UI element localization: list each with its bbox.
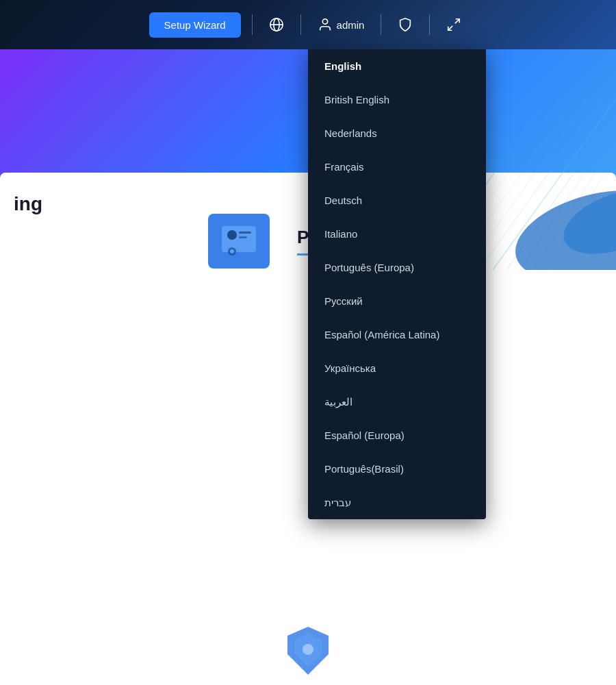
svg-point-3	[322, 19, 327, 24]
expand-icon	[446, 17, 461, 32]
card-icon	[208, 214, 270, 269]
header: Setup Wizard admin	[0, 0, 616, 49]
user-icon	[318, 17, 333, 32]
language-option-english[interactable]: English	[308, 49, 486, 83]
partial-left-text: ing	[0, 193, 42, 215]
language-option-british-english[interactable]: British English	[308, 83, 486, 116]
language-option-portugues-brasil[interactable]: Português(Brasil)	[308, 452, 486, 486]
svg-point-29	[303, 644, 313, 655]
setup-wizard-button[interactable]: Setup Wizard	[149, 12, 241, 38]
language-option-arabic[interactable]: العربية	[308, 385, 486, 419]
svg-rect-24	[239, 236, 247, 238]
svg-point-26	[230, 249, 234, 253]
language-option-hebrew[interactable]: עברית	[308, 486, 486, 519]
expand-button[interactable]	[441, 13, 467, 36]
svg-point-22	[227, 230, 237, 240]
globe-icon	[269, 17, 284, 32]
admin-label: admin	[337, 19, 365, 31]
language-option-russian[interactable]: Русский	[308, 284, 486, 318]
language-option-espanol-latina[interactable]: Español (América Latina)	[308, 318, 486, 351]
svg-rect-21	[222, 226, 256, 252]
language-option-portugues-europa[interactable]: Português (Europa)	[308, 251, 486, 284]
bottom-shield-icon	[281, 623, 335, 678]
language-button[interactable]	[264, 13, 290, 36]
language-option-espanol-europa[interactable]: Español (Europa)	[308, 419, 486, 452]
language-option-nederlands[interactable]: Nederlands	[308, 116, 486, 150]
svg-rect-23	[239, 232, 251, 234]
svg-line-4	[455, 19, 459, 23]
language-option-italiano[interactable]: Italiano	[308, 217, 486, 251]
language-option-deutsch[interactable]: Deutsch	[308, 184, 486, 217]
language-dropdown: EnglishBritish EnglishNederlandsFrançais…	[308, 49, 486, 519]
language-option-francais[interactable]: Français	[308, 150, 486, 184]
language-option-ukrainian[interactable]: Українська	[308, 351, 486, 385]
header-divider-4	[429, 14, 430, 35]
shield-icon	[398, 17, 413, 32]
header-divider-2	[300, 14, 301, 35]
shield-button[interactable]	[392, 13, 418, 36]
header-divider-1	[252, 14, 253, 35]
admin-button[interactable]: admin	[312, 13, 370, 36]
svg-line-5	[448, 26, 452, 30]
header-divider-3	[381, 14, 381, 35]
